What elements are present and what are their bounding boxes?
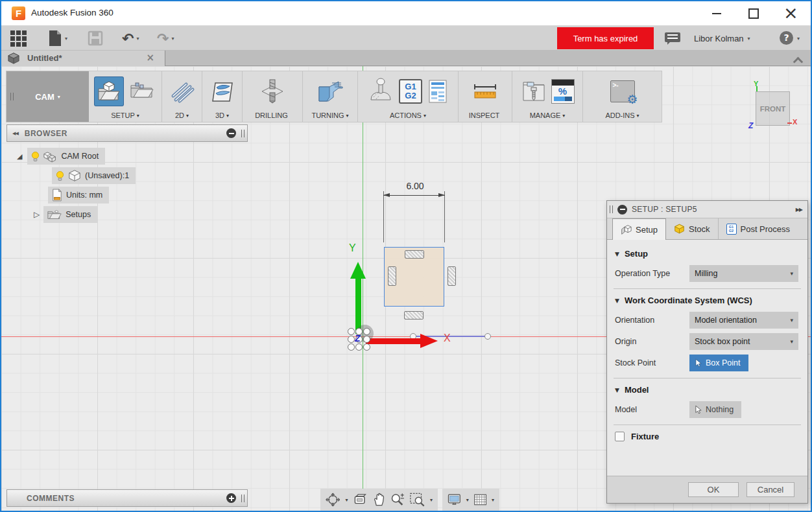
document-tab[interactable]: Untitled* × [1, 51, 165, 66]
section-collapse-icon[interactable]: ▼ [615, 251, 619, 257]
model-section-header[interactable]: ▼ Model [615, 385, 800, 395]
ribbon-group-label[interactable]: ADD-INS▾ [605, 109, 639, 122]
tree-collapsed-icon[interactable]: ▷ [34, 210, 40, 219]
generate-toolpath-button[interactable]: % [551, 79, 575, 104]
grid-caret-icon[interactable]: ▾ [492, 497, 494, 503]
grid-settings-icon[interactable] [474, 492, 486, 507]
orientation-dropdown[interactable]: Model orientation ▾ [689, 312, 798, 329]
origin-dropdown[interactable]: Stock box point ▾ [689, 333, 798, 350]
simulate-button[interactable] [367, 77, 394, 106]
tree-expanded-icon[interactable]: ◢ [17, 152, 22, 161]
x-axis-arrow-shaft[interactable] [366, 338, 421, 344]
help-icon[interactable]: ? [780, 31, 793, 45]
setup-sheet-button[interactable] [427, 77, 449, 106]
ok-button[interactable]: OK [688, 482, 739, 497]
user-menu-caret-icon: ▾ [748, 36, 750, 41]
box-point-button[interactable]: Box Point [689, 355, 748, 371]
cancel-button[interactable]: Cancel [746, 482, 794, 497]
ribbon-group-label[interactable]: DRILLING [255, 109, 290, 122]
save-button[interactable] [88, 26, 103, 51]
pan-hand-icon[interactable] [373, 492, 385, 507]
turning-button[interactable] [316, 77, 344, 106]
ribbon-group-label[interactable]: SETUP▾ [111, 109, 139, 122]
zoom-window-icon[interactable] [410, 492, 425, 507]
browser-panel-title: BROWSER [25, 129, 226, 138]
ribbon-group-label[interactable]: ACTIONS▾ [390, 109, 426, 122]
file-menu-button[interactable]: ▾ [48, 26, 67, 51]
measure-button[interactable] [471, 77, 499, 106]
setup-section-header[interactable]: ▼ Setup [615, 249, 800, 259]
close-tab-icon[interactable]: × [146, 52, 154, 64]
section-collapse-icon[interactable]: ▼ [615, 297, 619, 304]
collapse-toolbar-chevron-icon[interactable] [794, 56, 802, 64]
tree-row-cam-root[interactable]: ◢ CAM Root [17, 148, 105, 165]
workspace-selector[interactable]: CAM ▾ [6, 71, 89, 122]
post-process-button[interactable]: G1 G2 [399, 79, 422, 104]
new-setup-button[interactable] [95, 77, 123, 106]
ribbon-group-label[interactable]: MANAGE▾ [530, 109, 566, 122]
section-collapse-icon[interactable]: ▼ [615, 387, 619, 393]
app-launcher-icon[interactable] [10, 30, 27, 47]
orbit-icon[interactable] [326, 492, 340, 507]
tool-library-button[interactable] [521, 77, 547, 106]
2d-milling-button[interactable] [168, 77, 197, 106]
tree-row-units[interactable]: Units: mm [48, 187, 109, 204]
zoom-window-caret-icon[interactable]: ▾ [430, 497, 433, 503]
tree-row-setups[interactable]: ▷ Setups [34, 206, 97, 223]
undo-button[interactable]: ↶ ▾ [122, 26, 139, 51]
add-comment-icon[interactable] [226, 493, 236, 503]
tab-post-process[interactable]: G1G2 Post Process [719, 218, 798, 239]
model-select-button[interactable]: Nothing [689, 401, 741, 418]
viewcube-face-label[interactable]: FRONT [760, 105, 786, 113]
help-caret-icon[interactable]: ▾ [797, 36, 800, 41]
expand-dialog-icon[interactable]: ▶▶ [796, 207, 802, 213]
setup-dialog-header[interactable]: SETUP : SETUP5 ▶▶ [607, 201, 807, 218]
minimize-browser-icon[interactable] [226, 128, 236, 138]
3d-milling-button[interactable] [208, 77, 237, 106]
ribbon-grip[interactable] [10, 93, 14, 100]
wcs-section-header[interactable]: ▼ Work Coordinate System (WCS) [615, 296, 800, 305]
display-settings-icon[interactable] [448, 492, 461, 507]
zoom-icon[interactable] [390, 492, 405, 507]
x-axis-arrow[interactable] [420, 334, 438, 348]
minimize-button[interactable] [712, 13, 721, 14]
model-canvas[interactable]: 6.00 Y X Z CAM ▾ [1, 66, 811, 511]
minimize-dialog-icon[interactable] [617, 205, 627, 215]
stock-point-marker[interactable] [484, 333, 491, 340]
browser-grip[interactable] [241, 130, 245, 137]
tab-setup[interactable]: Setup [612, 218, 666, 240]
ribbon-group-label[interactable]: 3D▾ [215, 109, 229, 122]
drilling-button[interactable] [258, 77, 287, 106]
ribbon-group-label[interactable]: TURNING▾ [311, 109, 348, 122]
drilling-icon [259, 78, 285, 104]
close-window-button[interactable]: × [783, 1, 798, 25]
term-expired-badge[interactable]: Term has expired [557, 27, 654, 49]
tab-stock[interactable]: Stock [666, 218, 719, 239]
maximize-button[interactable] [748, 8, 759, 19]
comments-bubble-icon[interactable] [665, 32, 680, 42]
ribbon-group-turning: TURNING▾ [303, 71, 358, 122]
display-caret-icon[interactable]: ▾ [466, 497, 469, 503]
fixture-checkbox[interactable] [615, 432, 625, 441]
dimension-value: 6.00 [396, 181, 435, 191]
browser-panel-header[interactable]: ◀◀ BROWSER [6, 124, 248, 142]
scripts-addins-button[interactable]: >- ⚙ [608, 77, 637, 106]
redo-button[interactable]: ↷ ▾ [157, 26, 174, 51]
new-folder-button[interactable] [128, 77, 156, 106]
ribbon-group-label[interactable]: 2D▾ [175, 109, 189, 122]
look-at-icon[interactable] [353, 493, 368, 507]
orbit-caret-icon[interactable]: ▾ [345, 497, 348, 503]
comments-panel-header[interactable]: COMMENTS [6, 489, 248, 507]
collapse-browser-icon[interactable]: ◀◀ [12, 131, 18, 136]
dialog-grip[interactable] [610, 205, 613, 213]
visibility-bulb-icon[interactable] [31, 151, 40, 162]
y-axis-arrow[interactable] [350, 262, 366, 279]
comments-grip[interactable] [241, 495, 245, 502]
visibility-bulb-icon[interactable] [56, 170, 64, 181]
tree-row-unsaved[interactable]: (Unsaved):1 [52, 167, 136, 184]
fusion-window: F Autodesk Fusion 360 × ▾ ↶ ▾ ↷ ▾ Term h… [0, 0, 812, 512]
user-account-menu[interactable]: Libor Kolman ▾ [694, 26, 750, 51]
operation-type-dropdown[interactable]: Milling ▾ [689, 265, 798, 282]
ribbon-group-label[interactable]: INSPECT [469, 109, 502, 122]
viewcube[interactable]: FRONT [756, 91, 790, 126]
